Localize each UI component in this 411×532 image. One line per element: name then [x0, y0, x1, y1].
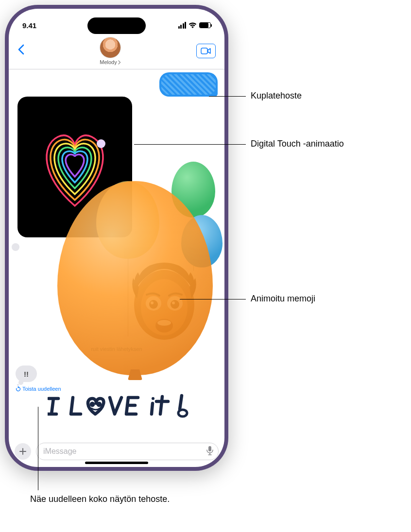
replay-effect-button[interactable]: Toista uudelleen: [16, 386, 61, 392]
callout-bubble-effect: Kuplatehoste: [251, 91, 302, 101]
message-placeholder: iMessage: [43, 447, 76, 456]
callout-replay-fullscreen: Näe uudelleen koko näytön tehoste.: [30, 493, 170, 505]
dictation-button[interactable]: [206, 446, 213, 457]
incoming-bubble-tail: [12, 243, 19, 251]
contact-avatar: [100, 37, 121, 58]
microphone-icon: [206, 446, 213, 455]
chevron-right-icon: [118, 60, 121, 65]
dynamic-island: [87, 17, 146, 34]
apps-button[interactable]: [15, 443, 31, 460]
callout-line: [209, 96, 246, 97]
video-icon: [201, 48, 211, 54]
contact-info[interactable]: Melody: [100, 37, 121, 65]
plus-icon: [19, 448, 27, 455]
callout-memoji: Animoitu memoji: [251, 294, 315, 304]
status-time: 9.41: [22, 21, 36, 30]
battery-icon: [199, 22, 211, 28]
facetime-button[interactable]: [196, 44, 216, 58]
conversation-header: Melody: [9, 35, 224, 69]
phone-frame: 9.41 Me: [5, 5, 228, 471]
replay-icon: [16, 386, 21, 392]
callout-line: [134, 144, 246, 145]
message-input[interactable]: iMessage: [36, 443, 219, 460]
cellular-signal-icon: [178, 22, 187, 29]
svg-point-12: [91, 403, 93, 405]
tapback-exclaim-icon: !!: [24, 370, 29, 378]
svg-rect-0: [201, 48, 207, 54]
replay-label: Toista uudelleen: [22, 386, 61, 392]
phone-screen: 9.41 Me: [9, 9, 224, 467]
tapback-reaction[interactable]: !! Toista uudelleen: [16, 366, 61, 392]
svg-rect-16: [208, 446, 211, 451]
svg-point-13: [98, 403, 100, 405]
handwritten-message[interactable]: [48, 394, 213, 418]
message-input-bar: iMessage: [9, 443, 224, 460]
invisible-ink-effect: [161, 74, 216, 95]
contact-name-label: Melody: [100, 59, 117, 65]
back-button[interactable]: [17, 44, 24, 58]
callout-line: [38, 407, 38, 490]
wifi-icon: [188, 22, 197, 29]
home-indicator[interactable]: [85, 462, 148, 464]
callout-line: [180, 299, 246, 299]
svg-point-14: [152, 397, 154, 400]
conversation-body[interactable]: ruit viestin lähetyksen !! Toista uudell…: [9, 69, 224, 432]
svg-point-1: [97, 139, 105, 148]
outgoing-message-bubble-effect[interactable]: [159, 72, 218, 97]
callout-digital-touch: Digital Touch -animaatio: [251, 139, 344, 149]
svg-point-15: [178, 410, 187, 416]
